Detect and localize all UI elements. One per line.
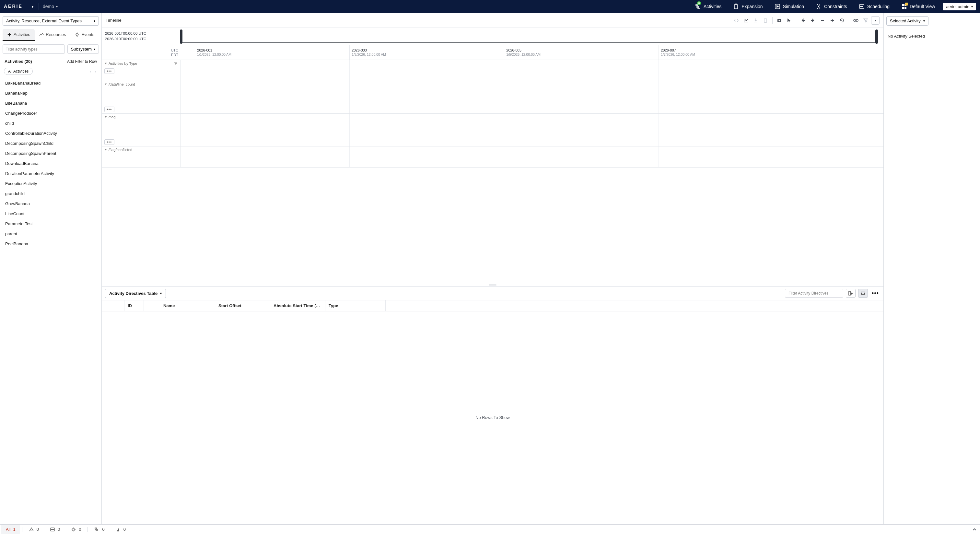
caret-icon[interactable]: ▼ [104,62,107,65]
right-panel-selector[interactable]: Selected Activity ▾ [886,16,929,25]
table-column-header[interactable] [377,300,386,311]
activity-type-item[interactable]: BananaNap [0,88,102,98]
arrow-left-icon[interactable] [799,16,807,25]
svg-point-23 [53,529,54,530]
time-range-slider[interactable] [181,30,877,43]
nav-constraints[interactable]: Constraints [812,0,851,13]
table-column-header[interactable]: ID [124,300,144,311]
more-icon[interactable]: ••• [870,289,880,298]
svg-point-10 [862,6,863,7]
clipboard-icon [733,3,739,10]
caret-icon[interactable]: ▼ [104,148,107,151]
table-column-header[interactable]: Absolute Start Time (… [270,300,325,311]
chevron-down-dropdown[interactable]: ▾ [871,16,880,25]
row-options-button[interactable]: ••• [104,68,115,74]
activity-filter-input[interactable] [3,44,65,54]
activity-type-item[interactable]: ControllableDurationActivity [0,128,102,138]
status-expansion[interactable]: 0 [90,524,109,534]
slider-handle-right[interactable] [875,30,878,44]
table-column-header[interactable]: Type [325,300,377,311]
activity-type-item[interactable]: DurationParameterActivity [0,168,102,178]
status-anchor[interactable]: 0 [24,524,43,534]
minus-icon[interactable] [818,16,827,25]
divider [22,527,22,532]
arrow-right-icon[interactable] [808,16,817,25]
fit-columns-icon[interactable] [858,289,868,298]
tab-events[interactable]: Events [70,29,99,41]
activity-type-item[interactable]: BakeBananaBread [0,78,102,88]
timeline-row-body[interactable] [181,146,883,167]
resize-handle[interactable] [102,284,883,286]
filter-icon[interactable] [173,61,178,66]
slider-handle-left[interactable] [180,30,183,44]
tab-resources[interactable]: Resources [35,29,70,41]
plan-name-label: demo [43,4,54,9]
camera-icon[interactable] [775,16,784,25]
constraints-icon [816,3,821,10]
count: 0 [37,527,39,532]
status-simulation[interactable]: 0 [67,524,86,534]
status-all[interactable]: All 1 [1,524,20,534]
count: 0 [102,527,104,532]
activity-type-item[interactable]: ExceptionActivity [0,178,102,189]
activity-type-item[interactable]: child [0,118,102,128]
activity-type-item[interactable]: ChangeProducer [0,108,102,118]
logo[interactable]: AERIE ▾ [4,4,35,9]
timeline-row-body[interactable] [181,114,883,146]
code-icon[interactable] [732,16,740,25]
table-filter-input[interactable] [785,289,843,298]
chart-icon[interactable] [742,16,750,25]
status-scheduling[interactable]: 0 [45,524,65,534]
timeline-row: ▼/data/line_count••• [102,81,883,114]
column-add-icon[interactable] [846,289,856,298]
caret-icon[interactable]: ▼ [104,83,107,86]
all-activities-chip[interactable]: All Activities [4,68,33,75]
tab-activities[interactable]: Activities [3,29,35,41]
reset-icon[interactable] [838,16,846,25]
activity-type-item[interactable]: PeelBanana [0,239,102,249]
caret-icon[interactable]: ▼ [104,115,107,119]
svg-point-21 [51,529,52,530]
activity-type-item[interactable]: parent [0,229,102,239]
table-column-header[interactable] [144,300,160,311]
filter-off-icon[interactable] [861,16,870,25]
activity-type-item[interactable]: DownloadBanana [0,159,102,168]
gear-icon [71,527,76,532]
activity-type-item[interactable]: BiteBanana [0,98,102,108]
nav-simulation[interactable]: Simulation [771,0,808,13]
status-expand-icon[interactable] [972,527,977,532]
timeline-row-body[interactable] [181,60,883,81]
subsystem-dropdown[interactable]: Subsystem ▾ [67,44,99,54]
table-column-header[interactable]: Name [160,300,215,311]
nav-label: Default View [910,4,935,9]
plus-icon[interactable] [828,16,837,25]
row-options-button[interactable]: ••• [104,139,115,145]
activity-type-item[interactable]: GrowBanana [0,199,102,209]
activity-type-item[interactable]: DecomposingSpawnChild [0,138,102,148]
nav-default-view[interactable]: Default View [897,0,939,13]
cursor-icon[interactable] [785,16,793,25]
timeline-row-body[interactable] [181,81,883,113]
table-selector-dropdown[interactable]: Activity Directives Table ▾ [105,289,166,298]
row-options-button[interactable]: ••• [104,106,115,112]
nav-activities[interactable]: 0 Activities [691,0,725,13]
table-column-header[interactable]: Start Offset [215,300,270,311]
divider [38,3,39,10]
activity-type-item[interactable]: ParameterTest [0,219,102,229]
activity-type-item[interactable]: DecomposingSpawnParent [0,148,102,159]
link-icon[interactable] [852,16,860,25]
plan-dropdown[interactable]: demo ▾ [43,4,58,9]
timeline-row-header: ▼/flag/conflicted [102,146,181,167]
download-icon[interactable] [751,16,760,25]
left-panel-selector[interactable]: Activity, Resource, External Event Types… [3,16,99,25]
clipboard-icon[interactable] [761,16,770,25]
activity-type-item[interactable]: grandchild [0,189,102,199]
drag-handle-icon[interactable]: ⋮⋮ [89,69,97,74]
nav-scheduling[interactable]: Scheduling [855,0,894,13]
table-column-header[interactable] [102,300,124,311]
nav-expansion[interactable]: Expansion [729,0,767,13]
user-menu[interactable]: aerie_admin ▾ [943,3,976,10]
add-filter-link[interactable]: Add Filter to Row [67,59,97,64]
status-constraints[interactable]: 0 [111,524,130,534]
activity-type-item[interactable]: LineCount [0,209,102,219]
